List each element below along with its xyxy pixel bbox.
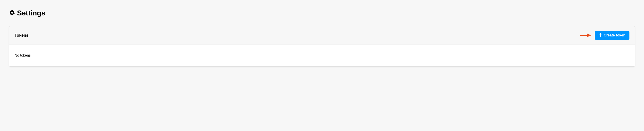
page-header: Settings [9,9,635,17]
page-title: Settings [17,9,45,17]
empty-state-text: No tokens [14,53,630,57]
tokens-card: Tokens Create token No tokens [9,26,635,67]
create-token-label: Create token [604,33,626,37]
card-header-actions: Create token [580,31,630,40]
card-header: Tokens Create token [9,26,635,44]
arrow-right-icon [580,33,591,38]
card-body: No tokens [9,44,635,66]
plus-icon [599,33,602,38]
gear-icon [9,10,15,17]
card-title: Tokens [14,33,28,38]
create-token-button[interactable]: Create token [595,31,630,40]
